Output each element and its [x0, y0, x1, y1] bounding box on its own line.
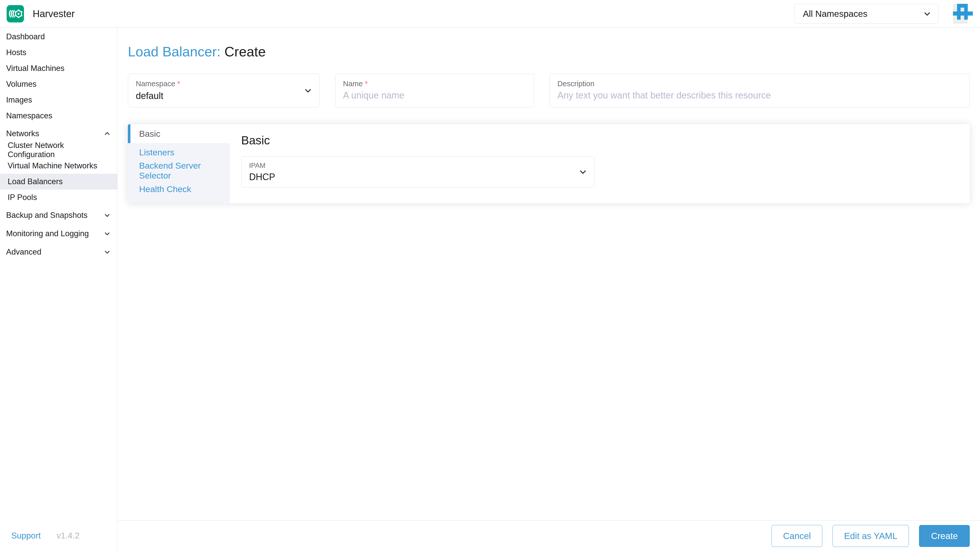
chevron-down-icon — [103, 230, 111, 238]
required-marker: * — [177, 79, 180, 88]
top-header: Harvester All Namespaces — [0, 0, 980, 28]
namespace-label-text: Namespace — [136, 79, 175, 88]
namespace-filter-select[interactable]: All Namespaces — [794, 4, 939, 24]
page-action-label: Create — [224, 44, 266, 59]
page-title: Load Balancer: Create — [128, 44, 970, 59]
sidebar: Dashboard Hosts Virtual Machines Volumes… — [0, 28, 118, 551]
sidebar-item-label: Images — [6, 95, 32, 105]
edit-as-yaml-button[interactable]: Edit as YAML — [832, 525, 909, 547]
sidebar-item-virtual-machines[interactable]: Virtual Machines — [0, 60, 117, 76]
tab-panel-basic: Basic IPAM DHCP — [230, 124, 970, 203]
sidebar-item-ip-pools[interactable]: IP Pools — [0, 189, 117, 205]
chevron-down-icon — [103, 211, 111, 219]
sidebar-item-volumes[interactable]: Volumes — [0, 76, 117, 92]
ipam-label: IPAM — [249, 162, 587, 170]
namespace-label: Namespace * — [136, 79, 312, 88]
namespace-value: default — [136, 91, 312, 101]
tab-health-check[interactable]: Health Check — [128, 180, 230, 198]
sidebar-footer: Support v1.4.2 — [0, 520, 117, 551]
version-label: v1.4.2 — [57, 531, 80, 540]
namespace-filter-value: All Namespaces — [803, 9, 867, 19]
sidebar-item-label: Namespaces — [6, 111, 52, 121]
tab-basic[interactable]: Basic — [128, 124, 230, 143]
sidebar-item-cluster-network-configuration[interactable]: Cluster Network Configuration — [0, 142, 117, 158]
sidebar-item-images[interactable]: Images — [0, 92, 117, 108]
harvester-logo-icon[interactable] — [6, 5, 24, 22]
sidebar-item-label: IP Pools — [8, 193, 37, 202]
sidebar-item-dashboard[interactable]: Dashboard — [0, 29, 117, 44]
sidebar-item-virtual-machine-networks[interactable]: Virtual Machine Networks — [0, 158, 117, 174]
support-link[interactable]: Support — [11, 531, 41, 540]
sidebar-group-networks[interactable]: Networks — [0, 125, 117, 142]
sidebar-item-label: Virtual Machine Networks — [8, 161, 97, 170]
description-field-box: Description — [549, 74, 970, 107]
action-bar: Cancel Edit as YAML Create — [118, 520, 980, 551]
tab-listeners[interactable]: Listeners — [128, 143, 230, 162]
tab-backend-server-selector[interactable]: Backend Server Selector — [128, 162, 230, 180]
name-field-box: Name * — [335, 74, 534, 107]
sidebar-group-backup-and-snapshots[interactable]: Backup and Snapshots — [0, 207, 117, 224]
sidebar-item-hosts[interactable]: Hosts — [0, 44, 117, 60]
rancher-manager-icon[interactable] — [953, 4, 973, 24]
description-label: Description — [557, 79, 962, 88]
name-input[interactable] — [343, 90, 526, 101]
resource-type-link[interactable]: Load Balancer: — [128, 44, 221, 59]
panel-heading: Basic — [241, 133, 959, 147]
metadata-fields-row: Namespace * default Name * Description — [128, 74, 970, 107]
sidebar-item-label: Hosts — [6, 48, 26, 57]
chevron-down-icon — [923, 9, 932, 18]
sidebar-item-label: Cluster Network Configuration — [8, 141, 111, 159]
main-content: Load Balancer: Create Namespace * defaul… — [118, 28, 980, 520]
sidebar-item-label: Advanced — [6, 248, 41, 257]
tab-list: Basic Listeners Backend Server Selector … — [128, 124, 230, 203]
sidebar-item-label: Networks — [6, 129, 39, 138]
description-input[interactable] — [557, 90, 962, 101]
chevron-down-icon — [578, 167, 588, 177]
create-button[interactable]: Create — [919, 525, 970, 547]
name-label-text: Name — [343, 79, 363, 88]
sidebar-item-label: Volumes — [6, 79, 37, 89]
sidebar-item-label: Backup and Snapshots — [6, 211, 88, 220]
ipam-select[interactable]: IPAM DHCP — [241, 156, 595, 187]
sidebar-item-namespaces[interactable]: Namespaces — [0, 108, 117, 124]
app-title: Harvester — [33, 8, 75, 19]
ipam-value: DHCP — [249, 171, 587, 183]
cancel-button[interactable]: Cancel — [772, 525, 822, 547]
sidebar-item-label: Virtual Machines — [6, 64, 65, 73]
required-marker: * — [365, 79, 368, 88]
sidebar-item-label: Load Balancers — [8, 177, 62, 186]
sidebar-item-load-balancers[interactable]: Load Balancers — [0, 174, 117, 189]
chevron-down-icon — [303, 86, 313, 95]
sidebar-item-label: Dashboard — [6, 32, 45, 41]
sidebar-nav: Dashboard Hosts Virtual Machines Volumes… — [0, 28, 117, 260]
sidebar-group-monitoring-and-logging[interactable]: Monitoring and Logging — [0, 225, 117, 242]
name-label: Name * — [343, 79, 526, 88]
sidebar-group-advanced[interactable]: Advanced — [0, 244, 117, 260]
sidebar-item-label: Monitoring and Logging — [6, 229, 89, 238]
namespace-select[interactable]: Namespace * default — [128, 74, 320, 107]
chevron-up-icon — [103, 130, 111, 138]
chevron-down-icon — [103, 248, 111, 256]
form-card: Basic Listeners Backend Server Selector … — [128, 124, 970, 203]
